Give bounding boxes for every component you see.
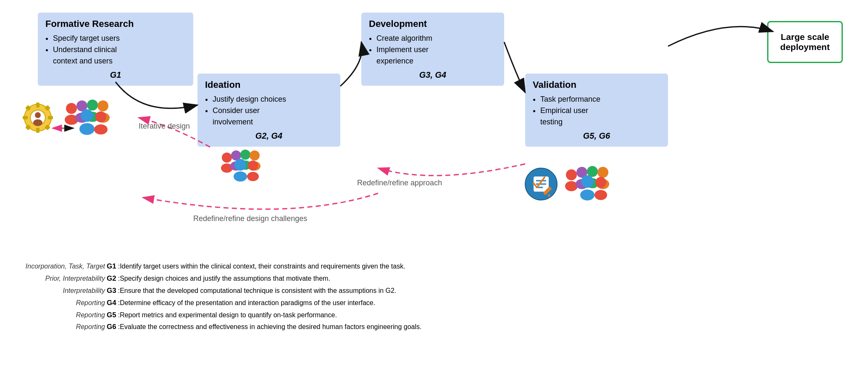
deployment-box: Large scale deployment [767,21,843,63]
svg-point-40 [247,172,259,181]
svg-rect-10 [48,116,53,119]
legend-text-g1: Identify target users within the clinica… [120,261,405,272]
ideation-title: Ideation [205,79,333,90]
legend-row-g1: Incorporation, Task, Target G1: Identify… [17,261,851,273]
svg-point-16 [33,119,42,126]
checklist-icon [524,167,558,203]
legend-bold-g6: G6 [107,321,116,333]
legend-row-g6: Reporting G6: Evaluate the correctness a… [17,321,851,333]
svg-point-23 [97,100,108,111]
svg-point-33 [240,150,250,160]
svg-point-52 [587,166,598,177]
development-box: Development Create algorithm Implement u… [361,13,504,86]
development-bullets: Create algorithm Implement userexperienc… [369,33,497,67]
svg-rect-8 [36,128,39,133]
validation-goals: G5, G6 [533,131,660,141]
users-left-icon [61,97,116,140]
legend-bold-g2: G2 [107,273,116,285]
svg-point-54 [597,167,608,178]
svg-point-17 [66,103,77,114]
svg-point-57 [580,190,594,200]
svg-point-15 [35,112,41,118]
legend-row-g2: Prior, Interpretability G2: Specify desi… [17,273,851,285]
validation-bullets: Task performance Empirical usertesting [533,94,660,128]
svg-point-35 [250,150,260,161]
redefine-challenges-label: Redefine/refine design challenges [193,214,307,223]
development-title: Development [369,18,497,29]
ideation-bullet-2: Consider userinvolvement [213,105,333,128]
legend-italic-g5: Reporting [17,309,105,321]
formative-bullet-1: Specify target users [53,33,186,44]
svg-point-37 [234,159,246,171]
legend-italic-g4: Reporting [17,297,105,308]
formative-bullets: Specify target users Understand clinical… [45,33,186,67]
svg-point-56 [581,175,594,188]
legend-bold-g4: G4 [107,297,116,309]
development-bullet-1: Create algorithm [376,33,497,44]
formative-title: Formative Research [45,18,186,29]
svg-point-29 [222,153,232,163]
footer-legend: Incorporation, Task, Target G1: Identify… [13,261,855,333]
diagram-area: Formative Research Specify target users … [13,8,855,256]
legend-bold-g3: G3 [107,285,116,297]
legend-italic-g6: Reporting [17,321,105,332]
legend-row-g5: Reporting G5: Report metrics and experim… [17,309,851,321]
iterative-design-label: Iterative design [139,122,190,131]
svg-point-27 [95,111,106,122]
validation-box: Validation Task performance Empirical us… [525,74,668,147]
formative-research-box: Formative Research Specify target users … [38,13,193,86]
svg-point-48 [566,169,577,180]
users-right-icon [563,163,618,207]
svg-rect-9 [23,116,28,119]
svg-point-21 [87,100,98,111]
legend-text-g5: Report metrics and experimental design t… [120,309,337,321]
legend-text-g4: Determine efficacy of the presentation a… [120,297,375,308]
svg-point-49 [565,181,578,191]
gear-icon [21,101,55,141]
validation-bullet-1: Task performance [540,94,660,105]
svg-point-28 [94,124,108,134]
validation-bullet-2: Empirical usertesting [540,105,660,128]
legend-italic-g3: Interpretability [17,285,105,296]
legend-bold-g1: G1 [107,261,116,273]
svg-rect-7 [36,103,39,108]
ideation-box: Ideation Justify design choices Consider… [197,74,340,147]
ideation-goals: G2, G4 [205,131,333,141]
svg-point-38 [234,171,247,182]
formative-bullet-2: Understand clinicalcontext and users [53,44,186,67]
svg-point-58 [595,177,606,188]
legend-text-g6: Evaluate the correctness and effectivene… [120,321,421,332]
development-bullet-2: Implement userexperience [376,44,497,67]
validation-title: Validation [533,79,660,90]
legend-row-g3: Interpretability G3: Ensure that the dev… [17,285,851,297]
legend-text-g3: Ensure that the developed computational … [120,285,396,296]
redefine-approach-label: Redefine/refine approach [357,179,442,187]
main-container: Formative Research Specify target users … [0,0,868,374]
svg-point-26 [79,123,95,135]
svg-point-39 [248,161,258,171]
legend-italic-g2: Prior, Interpretability [17,273,105,284]
development-goals: G3, G4 [369,70,497,80]
ideation-bullets: Justify design choices Consider userinvo… [205,94,333,128]
legend-italic-g1: Incorporation, Task, Target [17,261,105,272]
legend-text-g2: Specify design choices and justify the a… [120,273,330,284]
svg-point-25 [81,109,93,122]
deployment-title: Large scale deployment [768,32,842,52]
ideation-bullet-1: Justify design choices [213,94,333,105]
svg-point-59 [594,190,607,200]
legend-row-g4: Reporting G4: Determine efficacy of the … [17,297,851,309]
users-mid-icon [218,147,265,187]
formative-goals: G1 [45,70,186,80]
legend-bold-g5: G5 [107,309,116,321]
